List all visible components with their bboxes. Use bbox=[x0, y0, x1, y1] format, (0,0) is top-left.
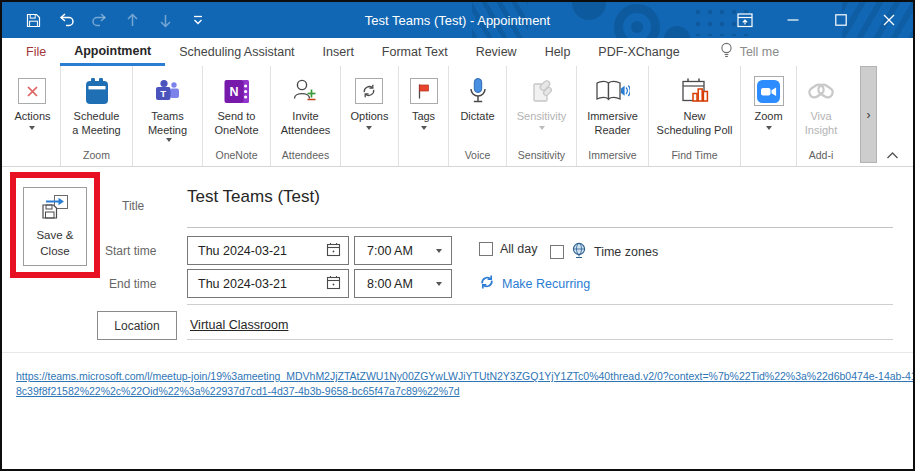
svg-text:N: N bbox=[229, 85, 238, 99]
group-label-addins: Add-i bbox=[797, 148, 845, 166]
time-zones-checkbox-row[interactable]: Time zones bbox=[550, 242, 658, 262]
all-day-checkbox-row[interactable]: All day bbox=[479, 242, 538, 256]
chevron-down-icon bbox=[539, 126, 545, 130]
undo-icon[interactable] bbox=[57, 9, 75, 31]
move-up-icon[interactable] bbox=[123, 9, 141, 31]
chevron-down-icon bbox=[166, 138, 172, 142]
ribbon-group-zoom-addin: Schedule a Meeting Zoom bbox=[61, 66, 133, 166]
actions-button[interactable]: Actions bbox=[12, 71, 52, 132]
title-underline bbox=[187, 227, 893, 228]
save-and-close-button[interactable]: Save & Close bbox=[23, 187, 87, 266]
teams-meeting-link-line1[interactable]: https://teams.microsoft.com/l/meetup-joi… bbox=[16, 370, 915, 382]
svg-text:T: T bbox=[161, 88, 167, 99]
ribbon-group-find-time: New Scheduling Poll Find Time bbox=[649, 66, 741, 166]
teams-meeting-button[interactable]: T Teams Meeting bbox=[146, 71, 189, 144]
titlebar: Test Teams (Test) - Appointment bbox=[2, 2, 913, 38]
dictate-button[interactable]: Dictate bbox=[458, 71, 496, 125]
end-time-dropdown[interactable]: 8:00 AM bbox=[354, 269, 452, 298]
all-day-checkbox[interactable] bbox=[479, 242, 493, 256]
location-field[interactable]: Virtual Classroom bbox=[190, 318, 288, 332]
minimize-button[interactable] bbox=[769, 2, 817, 38]
immersive-reader-button[interactable]: Immersive Reader bbox=[585, 71, 640, 140]
tab-help[interactable]: Help bbox=[531, 38, 585, 66]
microphone-icon bbox=[468, 73, 488, 109]
ribbon-display-options-icon[interactable] bbox=[721, 2, 769, 38]
title-field[interactable]: Test Teams (Test) bbox=[187, 187, 320, 207]
chevron-down-icon bbox=[436, 249, 442, 253]
teams-meeting-link-line2[interactable]: 8c39f8f21582%22%2c%22Oid%22%3a%22937d7cd… bbox=[16, 385, 460, 397]
end-time-value: 8:00 AM bbox=[367, 277, 413, 291]
make-recurring-button[interactable]: Make Recurring bbox=[479, 274, 590, 293]
ribbon-group-actions: Actions bbox=[5, 66, 61, 166]
invite-attendees-icon bbox=[292, 73, 318, 109]
end-date-field[interactable]: Thu 2024-03-21 bbox=[187, 269, 349, 298]
ribbon-group-onenote: N Send to OneNote OneNote bbox=[203, 66, 271, 166]
redo-icon[interactable] bbox=[90, 9, 108, 31]
new-scheduling-poll-button[interactable]: New Scheduling Poll bbox=[655, 71, 735, 140]
viva-insights-button[interactable]: Viva Insight bbox=[803, 71, 839, 140]
teams-icon: T bbox=[153, 73, 181, 109]
options-icon bbox=[355, 73, 383, 109]
tab-scheduling-assistant[interactable]: Scheduling Assistant bbox=[165, 38, 308, 66]
schedule-a-meeting-button[interactable]: Schedule a Meeting bbox=[70, 71, 122, 140]
immersive-reader-icon bbox=[594, 73, 630, 109]
ribbon-group-tags: Tags bbox=[399, 66, 449, 166]
quick-access-toolbar bbox=[24, 9, 207, 31]
group-label-onenote: OneNote bbox=[203, 148, 270, 166]
make-recurring-label: Make Recurring bbox=[502, 277, 590, 291]
zoom-button[interactable]: Zoom bbox=[752, 71, 786, 132]
collapse-ribbon-icon[interactable] bbox=[886, 146, 899, 164]
tab-insert[interactable]: Insert bbox=[309, 38, 368, 66]
location-button[interactable]: Location bbox=[97, 311, 177, 340]
customize-qat-icon[interactable] bbox=[189, 9, 207, 31]
move-down-icon[interactable] bbox=[156, 9, 174, 31]
zoom-app-icon bbox=[754, 73, 784, 109]
scheduling-poll-icon bbox=[680, 73, 710, 109]
group-label-zoom: Zoom bbox=[61, 148, 132, 166]
maximize-button[interactable] bbox=[817, 2, 865, 38]
viva-insights-icon bbox=[806, 73, 836, 109]
tab-review[interactable]: Review bbox=[462, 38, 531, 66]
appointment-form: Save & Close Title Test Teams (Test) Sta… bbox=[2, 167, 913, 468]
invite-attendees-button[interactable]: Invite Attendees bbox=[279, 71, 333, 140]
start-date-field[interactable]: Thu 2024-03-21 bbox=[187, 236, 349, 265]
sensitivity-button[interactable]: Sensitivity bbox=[515, 71, 569, 132]
tab-appointment[interactable]: Appointment bbox=[60, 38, 165, 66]
ribbon-group-sensitivity: Sensitivity Sensitivity bbox=[507, 66, 577, 166]
send-to-onenote-button[interactable]: N Send to OneNote bbox=[212, 71, 260, 140]
save-and-close-icon bbox=[40, 193, 70, 224]
ribbon-group-voice: Dictate Voice bbox=[449, 66, 507, 166]
appointment-window: Test Teams (Test) - Appointment File App… bbox=[0, 0, 915, 471]
tab-format-text[interactable]: Format Text bbox=[368, 38, 462, 66]
tell-me-box[interactable]: Tell me bbox=[720, 38, 780, 66]
lightbulb-icon bbox=[720, 42, 733, 62]
group-label-find-time: Find Time bbox=[649, 148, 740, 166]
options-button[interactable]: Options bbox=[349, 71, 391, 132]
tab-pdf-xchange[interactable]: PDF-XChange bbox=[584, 38, 693, 66]
start-time-value: 7:00 AM bbox=[367, 244, 413, 258]
save-and-close-label: Save & Close bbox=[36, 228, 73, 259]
tell-me-label: Tell me bbox=[740, 45, 780, 59]
group-label-attendees: Attendees bbox=[271, 148, 340, 166]
window-controls bbox=[721, 2, 913, 38]
calendar-picker-icon[interactable] bbox=[326, 242, 341, 260]
save-icon[interactable] bbox=[24, 9, 42, 31]
location-rule-bottom bbox=[187, 339, 893, 340]
chevron-down-icon bbox=[29, 126, 35, 130]
tab-file[interactable]: File bbox=[12, 38, 60, 66]
tags-button[interactable]: Tags bbox=[408, 71, 440, 132]
time-zones-checkbox[interactable] bbox=[550, 245, 564, 259]
time-zones-label: Time zones bbox=[594, 245, 658, 259]
ribbon-group-immersive: Immersive Reader Immersive bbox=[577, 66, 649, 166]
start-time-dropdown[interactable]: 7:00 AM bbox=[354, 236, 452, 265]
schedule-meeting-icon bbox=[82, 73, 112, 109]
calendar-picker-icon[interactable] bbox=[326, 275, 341, 293]
close-button[interactable] bbox=[865, 2, 913, 38]
title-label: Title bbox=[122, 199, 144, 213]
end-time-label: End time bbox=[109, 277, 156, 291]
ribbon-scroll-right[interactable]: › bbox=[860, 66, 877, 163]
recurrence-icon bbox=[479, 274, 495, 293]
body-separator bbox=[2, 352, 913, 353]
group-label-immersive: Immersive bbox=[577, 148, 648, 166]
chevron-down-icon bbox=[436, 282, 442, 286]
